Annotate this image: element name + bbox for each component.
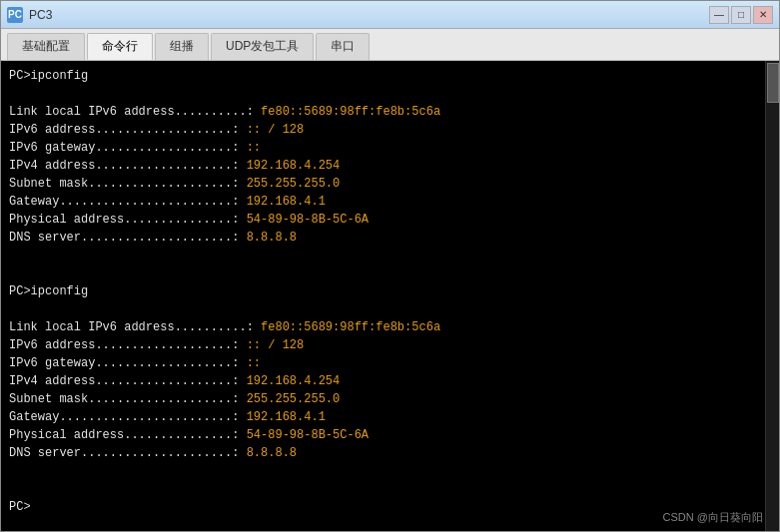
minimize-button[interactable]: — [709,6,729,24]
ipv4-addr-line-2: IPv4 address...................: 192.168… [9,372,771,390]
maximize-button[interactable]: □ [731,6,751,24]
titlebar-buttons: — □ ✕ [709,6,773,24]
subnet-line-1: Subnet mask....................: 255.255… [9,175,771,193]
dns-value-2: 8.8.8.8 [247,444,297,462]
empty-line-1 [9,85,771,103]
dns-label-2: DNS server.....................: [9,444,247,462]
ipv4-addr-value-2: 192.168.4.254 [247,372,341,390]
tab-udp-tool[interactable]: UDP发包工具 [211,33,314,60]
gateway-label-1: Gateway........................: [9,193,247,211]
prompt-2: PC>ipconfig [9,282,88,300]
ipv6-addr-value-1: :: / 128 [247,121,305,139]
close-button[interactable]: ✕ [753,6,773,24]
ipv6-addr-value-2: :: / 128 [247,336,305,354]
titlebar: PC PC3 — □ ✕ [1,1,779,29]
ipv4-addr-label-1: IPv4 address...................: [9,157,247,175]
subnet-label-2: Subnet mask....................: [9,390,247,408]
terminal[interactable]: PC>ipconfig Link local IPv6 address.....… [1,61,779,531]
ipv6-addr-label-2: IPv6 address...................: [9,336,247,354]
physical-label-1: Physical address...............: [9,211,247,229]
empty-line-2 [9,247,771,265]
titlebar-left: PC PC3 [7,7,52,23]
subnet-line-2: Subnet mask....................: 255.255… [9,390,771,408]
ipv6-link-label-2: Link local IPv6 address..........: [9,318,261,336]
physical-line-2: Physical address...............: 54-89-9… [9,426,771,444]
ipv4-addr-value-1: 192.168.4.254 [247,157,341,175]
prompt-line-1: PC>ipconfig [9,67,771,85]
ipv6-addr-label-1: IPv6 address...................: [9,121,247,139]
window-icon: PC [7,7,23,23]
physical-label-2: Physical address...............: [9,426,247,444]
tab-multicast[interactable]: 组播 [155,33,209,60]
prompt-line-2: PC>ipconfig [9,282,771,300]
final-prompt-line: PC> [9,498,771,516]
gateway-label-2: Gateway........................: [9,408,247,426]
dns-line-2: DNS server.....................: 8.8.8.8 [9,444,771,462]
empty-line-5 [9,462,771,480]
physical-line-1: Physical address...............: 54-89-9… [9,211,771,229]
subnet-value-1: 255.255.255.0 [247,175,341,193]
dns-line-1: DNS server.....................: 8.8.8.8 [9,229,771,247]
empty-line-3 [9,265,771,282]
ipv6-gw-value-1: :: [247,139,261,157]
dns-value-1: 8.8.8.8 [247,229,297,247]
tab-command-line[interactable]: 命令行 [87,33,153,60]
ipv6-link-line-2: Link local IPv6 address..........: fe80:… [9,318,771,336]
empty-line-6 [9,480,771,498]
gateway-value-2: 192.168.4.1 [247,408,326,426]
ipv6-addr-line-2: IPv6 address...................: :: / 12… [9,336,771,354]
prompt-1: PC>ipconfig [9,67,88,85]
ipv6-link-value-2: fe80::5689:98ff:fe8b:5c6a [261,318,440,336]
subnet-label-1: Subnet mask....................: [9,175,247,193]
ipv6-addr-line-1: IPv6 address...................: :: / 12… [9,121,771,139]
ipv6-gw-value-2: :: [247,354,261,372]
window-title: PC3 [29,8,52,22]
ipv6-link-label-1: Link local IPv6 address..........: [9,103,261,121]
ipv6-gw-label-2: IPv6 gateway...................: [9,354,247,372]
ipv6-gw-line-1: IPv6 gateway...................: :: [9,139,771,157]
ipv6-link-line-1: Link local IPv6 address..........: fe80:… [9,103,771,121]
watermark: CSDN @向日葵向阳 [663,510,763,525]
content-area: PC>ipconfig Link local IPv6 address.....… [1,61,779,531]
ipv4-addr-label-2: IPv4 address...................: [9,372,247,390]
subnet-value-2: 255.255.255.0 [247,390,341,408]
tabs-bar: 基础配置 命令行 组播 UDP发包工具 串口 [1,29,779,61]
physical-value-1: 54-89-98-8B-5C-6A [247,211,369,229]
tab-basic-config[interactable]: 基础配置 [7,33,85,60]
physical-value-2: 54-89-98-8B-5C-6A [247,426,369,444]
gateway-line-1: Gateway........................: 192.168… [9,193,771,211]
scrollbar-thumb[interactable] [767,63,779,103]
gateway-line-2: Gateway........................: 192.168… [9,408,771,426]
final-prompt: PC> [9,498,31,516]
tab-serial[interactable]: 串口 [316,33,370,60]
main-window: PC PC3 — □ ✕ 基础配置 命令行 组播 UDP发包工具 串口 PC>i… [0,0,780,532]
dns-label-1: DNS server.....................: [9,229,247,247]
scrollbar[interactable] [765,61,779,531]
ipv6-gw-line-2: IPv6 gateway...................: :: [9,354,771,372]
empty-line-4 [9,300,771,318]
ipv4-addr-line-1: IPv4 address...................: 192.168… [9,157,771,175]
ipv6-gw-label-1: IPv6 gateway...................: [9,139,247,157]
gateway-value-1: 192.168.4.1 [247,193,326,211]
ipv6-link-value-1: fe80::5689:98ff:fe8b:5c6a [261,103,440,121]
